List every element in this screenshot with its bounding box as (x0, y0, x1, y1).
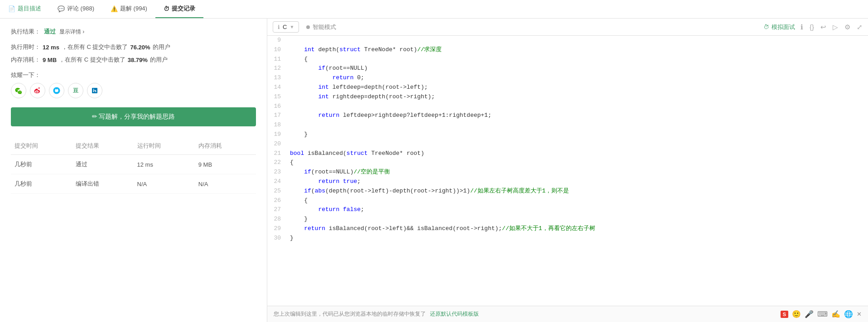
line-content[interactable]: bool isBalanced(struct TreeNode* root) (285, 149, 868, 159)
line-content[interactable]: return isBalanced(root->left)&& isBalanc… (285, 224, 868, 234)
tab-solutions[interactable]: ⚠️ 题解 (994) (102, 0, 155, 18)
line-content[interactable] (285, 120, 868, 130)
tab-comments[interactable]: 💬 评论 (988) (49, 0, 102, 18)
lang-chevron-icon: ▼ (289, 24, 294, 29)
code-line: 11 { (267, 55, 868, 64)
qq-share-btn[interactable] (49, 83, 64, 98)
code-line: 26 { (267, 196, 868, 206)
social-icons-row: 豆 (11, 83, 256, 98)
code-line: 13 return 0; (267, 73, 868, 83)
line-number: 21 (267, 149, 285, 159)
line-number: 24 (267, 177, 285, 187)
line-content[interactable]: if(root==NULL)//空的是平衡 (285, 168, 868, 177)
line-content[interactable]: int depth(struct TreeNode* root)//求深度 (285, 45, 868, 55)
cell-runtime: 12 ms (134, 155, 195, 174)
douban-share-btn[interactable]: 豆 (68, 83, 83, 98)
line-content[interactable]: int leftdeep=depth(root->left); (285, 83, 868, 92)
code-editor-panel: ℹ C ▼ 智能模式 ⏱ 模拟面试 ℹ {} ↩ ▷ (267, 19, 868, 322)
solutions-icon: ⚠️ (111, 5, 118, 12)
mock-interview-label: 模拟面试 (772, 23, 795, 31)
linkedin-share-btn[interactable] (87, 83, 102, 98)
code-line: 27 return false; (267, 205, 868, 215)
code-area[interactable]: 9 10 int depth(struct TreeNode* root)//求… (267, 36, 868, 306)
exec-time-label: 执行用时： (11, 43, 40, 51)
line-content[interactable]: } (285, 215, 868, 224)
code-line: 18 (267, 120, 868, 130)
col-header-memory: 内存消耗 (195, 137, 256, 155)
settings-icon[interactable]: ⚙ (844, 23, 850, 31)
topbar-right-section: ⏱ 模拟面试 ℹ {} ↩ ▷ ⚙ ⤢ (763, 23, 863, 31)
translate-icon[interactable]: 🌐 (844, 310, 853, 318)
bottom-right-icons: S 🙂 🎤 ⌨ ✍ 🌐 ✕ (781, 310, 862, 318)
exec-mem-beat-suffix: 的用户 (150, 56, 168, 64)
weibo-share-btn[interactable] (30, 83, 45, 98)
code-line: 30} (267, 234, 868, 243)
line-number: 22 (267, 158, 285, 168)
top-tabs-bar: 📄 题目描述 💬 评论 (988) ⚠️ 题解 (994) ⏱ 提交记录 (0, 0, 868, 19)
line-content[interactable]: return false; (285, 205, 868, 215)
line-content[interactable]: if(root==NULL) (285, 64, 868, 73)
line-number: 12 (267, 64, 285, 73)
emoji-icon[interactable]: 🙂 (792, 310, 801, 318)
submission-table: 提交时间 提交结果 运行时间 内存消耗 几秒前 通过 12 ms 9 MB 几秒… (11, 137, 256, 194)
wechat-share-btn[interactable] (11, 83, 26, 98)
cell-result[interactable]: 编译出错 (72, 174, 133, 194)
run-icon[interactable]: ▷ (833, 23, 838, 31)
code-format-icon[interactable]: {} (810, 23, 814, 31)
line-number: 19 (267, 130, 285, 139)
description-icon: 📄 (8, 5, 15, 12)
keyboard-icon[interactable]: ⌨ (817, 310, 828, 318)
line-content[interactable]: { (285, 158, 868, 168)
close-sogou-icon[interactable]: ✕ (857, 311, 862, 317)
line-content[interactable] (285, 139, 868, 149)
tab-description[interactable]: 📄 题目描述 (0, 0, 49, 18)
line-content[interactable] (285, 36, 868, 45)
line-number: 28 (267, 215, 285, 224)
cell-time: 几秒前 (11, 155, 72, 174)
code-line: 22{ (267, 158, 868, 168)
tab-submissions[interactable]: ⏱ 提交记录 (155, 0, 203, 18)
line-content[interactable]: int rightdeep=depth(root->right); (285, 92, 868, 102)
table-row: 几秒前 编译出错 N/A N/A (11, 174, 256, 194)
line-number: 18 (267, 120, 285, 130)
editor-topbar: ℹ C ▼ 智能模式 ⏱ 模拟面试 ℹ {} ↩ ▷ (267, 19, 868, 36)
language-selector[interactable]: ℹ C ▼ (273, 21, 299, 33)
code-lines-table: 9 10 int depth(struct TreeNode* root)//求… (267, 36, 868, 243)
editor-bottom-bar: 您上次编辑到这里，代码已从您浏览器本地的临时存储中恢复了 还原默认代码模板版 S… (267, 306, 868, 322)
code-line: 16 (267, 102, 868, 111)
editor-toolbar-icons: ℹ {} ↩ ▷ ⚙ ⤢ (800, 23, 863, 31)
fullscreen-icon[interactable]: ⤢ (857, 23, 863, 31)
code-line: 12 if(root==NULL) (267, 64, 868, 73)
line-content[interactable]: { (285, 196, 868, 206)
show-detail-link[interactable]: 显示详情 › (59, 28, 84, 36)
cell-result[interactable]: 通过 (72, 155, 133, 174)
exec-time-value: 12 ms (43, 44, 59, 51)
write-solution-btn[interactable]: ✏ 写题解，分享我的解题思路 (11, 107, 256, 126)
code-line: 23 if(root==NULL)//空的是平衡 (267, 168, 868, 177)
lang-label: C (283, 24, 287, 30)
pass-badge[interactable]: 通过 (44, 28, 56, 36)
line-content[interactable]: } (285, 130, 868, 139)
line-content[interactable] (285, 102, 868, 111)
restore-notice-text: 您上次编辑到这里，代码已从您浏览器本地的临时存储中恢复了 还原默认代码模板版 (274, 310, 479, 318)
mic-icon[interactable]: 🎤 (805, 310, 814, 318)
info-icon[interactable]: ℹ (800, 23, 803, 31)
line-content[interactable]: return true; (285, 177, 868, 187)
code-line: 25 if(abs(depth(root->left)-depth(root->… (267, 187, 868, 196)
cell-memory: 9 MB (195, 155, 256, 174)
line-content[interactable]: return 0; (285, 73, 868, 83)
line-content[interactable]: { (285, 55, 868, 64)
line-content[interactable]: return leftdeep>rightdeep?leftdeep+1:rig… (285, 111, 868, 120)
mock-interview-btn[interactable]: ⏱ 模拟面试 (763, 23, 795, 31)
handwrite-icon[interactable]: ✍ (831, 310, 840, 318)
restore-default-link[interactable]: 还原默认代码模板版 (430, 311, 479, 317)
smart-mode-indicator: 智能模式 (306, 23, 336, 31)
exec-mem-percent: 38.79% (128, 57, 148, 63)
exec-mem-beat-prefix: ，在所有 C 提交中击败了 (59, 56, 125, 64)
line-content[interactable]: } (285, 234, 868, 243)
undo-icon[interactable]: ↩ (820, 23, 826, 31)
line-content[interactable]: if(abs(depth(root->left)-depth(root->rig… (285, 187, 868, 196)
code-line: 10 int depth(struct TreeNode* root)//求深度 (267, 45, 868, 55)
line-number: 27 (267, 205, 285, 215)
exec-time-beat-prefix: ，在所有 C 提交中击败了 (62, 43, 128, 51)
